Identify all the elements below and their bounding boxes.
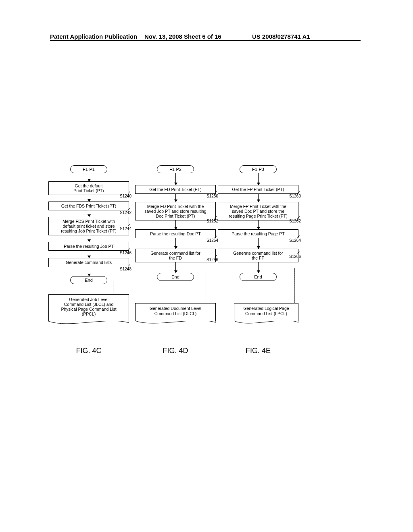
process-box: Generate command list forthe FP xyxy=(218,249,298,262)
end-terminator: End xyxy=(240,273,277,281)
arrow xyxy=(175,238,176,249)
arrow xyxy=(258,220,259,229)
process-box: Parse the resulting Doc PT xyxy=(135,229,216,238)
process-box: Get the FP Print Ticket (PT) xyxy=(218,185,298,194)
process-box: Get the defaultPrint Ticket (PT) xyxy=(48,181,129,195)
arrow xyxy=(89,267,89,276)
process-box: Generate command lists xyxy=(48,258,129,267)
process-box: Generate command list forthe FD xyxy=(135,249,216,262)
step-label: S1256 xyxy=(206,258,218,262)
arrow xyxy=(175,173,176,185)
step-label: S1250 xyxy=(206,194,218,198)
arrow xyxy=(89,173,89,181)
arrow xyxy=(258,262,259,273)
end-terminator: End xyxy=(70,276,107,284)
flowchart-column-3: F1-P3 Get the FP Print Ticket (PT) S1260… xyxy=(218,165,298,326)
arrow xyxy=(258,238,259,249)
figure-label: FIG. 4C xyxy=(48,347,129,355)
process-box: Parse the resulting Page PT xyxy=(218,229,298,238)
arrow xyxy=(89,251,89,258)
start-terminator: F1-P3 xyxy=(240,165,277,173)
document-output: Generated Logical PageCommand List (LPCL… xyxy=(234,303,298,326)
step-label: S1242 xyxy=(120,210,131,215)
process-box: Parse the resulting Job PT xyxy=(48,242,129,251)
document-wave-icon xyxy=(234,321,298,326)
arrow xyxy=(175,220,176,229)
header-right: US 2008/0278741 A1 xyxy=(252,33,310,40)
end-terminator: End xyxy=(157,273,194,281)
document-wave-icon xyxy=(135,321,216,326)
document-output: Generated Document LevelCommand List (DL… xyxy=(135,303,216,326)
process-box: Get the FDS Print Ticket (PT) xyxy=(48,202,129,210)
arrow xyxy=(89,195,89,202)
process-box: Merge FD Print Ticket with thesaved Job … xyxy=(135,202,216,220)
figure-label: FIG. 4D xyxy=(135,347,216,355)
header-left: Patent Application Publication xyxy=(50,33,137,40)
step-label: S1248 xyxy=(120,267,131,271)
arrow xyxy=(175,194,176,202)
step-label: S1262 xyxy=(289,219,301,223)
flowchart-column-1: F1-P1 Get the defaultPrint Ticket (PT) S… xyxy=(48,165,129,327)
start-terminator: F1-P1 xyxy=(70,165,107,173)
step-label: S1266 xyxy=(289,254,301,259)
header-divider xyxy=(50,40,361,41)
document-output: Generated Job LevelCommand List (JLCL) a… xyxy=(48,294,129,327)
arrow xyxy=(89,235,89,242)
arrow xyxy=(258,173,259,185)
step-label: S1264 xyxy=(289,238,301,243)
start-terminator: F1-P2 xyxy=(157,165,194,173)
step-label: S1252 xyxy=(206,219,218,223)
process-box: Merge FDS Print Ticket withdefault print… xyxy=(48,217,129,235)
step-label: S1254 xyxy=(206,238,218,243)
arrow xyxy=(89,210,89,217)
step-label: S1240 xyxy=(120,194,131,198)
header-mid: Nov. 13, 2008 Sheet 6 of 16 xyxy=(144,33,221,40)
step-label: S1244 xyxy=(120,227,131,231)
document-wave-icon xyxy=(48,321,129,327)
process-box: Merge FP Print Ticket with thesaved Doc … xyxy=(218,202,298,220)
arrow xyxy=(258,194,259,202)
arrow xyxy=(175,262,176,273)
step-label: S1260 xyxy=(289,194,301,198)
flowchart-column-2: F1-P2 Get the FD Print Ticket (PT) S1250… xyxy=(135,165,216,326)
process-box: Get the FD Print Ticket (PT) xyxy=(135,185,216,194)
step-label: S1246 xyxy=(120,251,131,255)
figure-label: FIG. 4E xyxy=(218,347,298,355)
